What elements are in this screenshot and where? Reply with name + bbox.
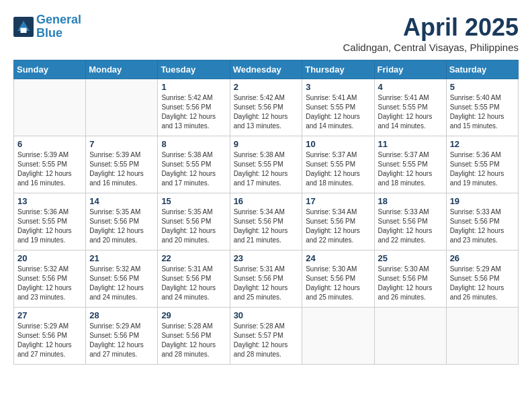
day-number: 26 [450,253,515,263]
calendar-cell: 1Sunrise: 5:42 AMSunset: 5:56 PMDaylight… [158,79,230,136]
day-number: 9 [234,139,299,149]
day-number: 2 [234,82,299,92]
cell-info: Sunrise: 5:35 AMSunset: 5:56 PMDaylight:… [161,208,226,245]
calendar-cell: 4Sunrise: 5:41 AMSunset: 5:55 PMDaylight… [374,79,446,136]
calendar-cell [14,79,86,136]
calendar-week-row: 1Sunrise: 5:42 AMSunset: 5:56 PMDaylight… [14,79,519,136]
day-number: 29 [161,310,226,320]
calendar-cell: 19Sunrise: 5:33 AMSunset: 5:56 PMDayligh… [446,193,518,250]
day-number: 18 [378,196,443,206]
day-number: 23 [234,253,299,263]
logo-line1: General [36,13,81,26]
day-number: 25 [378,253,443,263]
cell-info: Sunrise: 5:33 AMSunset: 5:56 PMDaylight:… [378,208,443,245]
day-number: 17 [306,196,370,206]
calendar-header-row: SundayMondayTuesdayWednesdayThursdayFrid… [14,60,519,79]
calendar-week-row: 27Sunrise: 5:29 AMSunset: 5:56 PMDayligh… [14,308,519,365]
day-number: 5 [450,82,515,92]
calendar: SundayMondayTuesdayWednesdayThursdayFrid… [13,60,519,365]
calendar-cell: 22Sunrise: 5:31 AMSunset: 5:56 PMDayligh… [158,250,230,308]
calendar-cell [374,308,446,365]
logo-line2: Blue [36,26,62,40]
calendar-cell: 9Sunrise: 5:38 AMSunset: 5:55 PMDaylight… [230,136,302,193]
cell-info: Sunrise: 5:39 AMSunset: 5:55 PMDaylight:… [89,150,154,188]
calendar-week-row: 13Sunrise: 5:36 AMSunset: 5:55 PMDayligh… [14,193,519,250]
location-subtitle: Calidngan, Central Visayas, Philippines [343,42,519,53]
calendar-cell: 27Sunrise: 5:29 AMSunset: 5:56 PMDayligh… [14,308,86,365]
logo-text: General Blue [36,13,81,40]
calendar-cell: 18Sunrise: 5:33 AMSunset: 5:56 PMDayligh… [374,193,446,250]
calendar-cell: 13Sunrise: 5:36 AMSunset: 5:55 PMDayligh… [14,193,86,250]
logo-icon [13,17,34,37]
title-section: April 2025 Calidngan, Central Visayas, P… [343,13,519,53]
weekday-header: Thursday [302,60,374,79]
cell-info: Sunrise: 5:32 AMSunset: 5:56 PMDaylight:… [17,265,82,302]
cell-info: Sunrise: 5:33 AMSunset: 5:56 PMDaylight:… [450,208,515,245]
day-number: 27 [17,310,82,320]
calendar-cell [446,308,518,365]
weekday-header: Tuesday [158,60,230,79]
calendar-cell: 28Sunrise: 5:29 AMSunset: 5:56 PMDayligh… [86,308,158,365]
weekday-header: Saturday [446,60,518,79]
day-number: 6 [17,139,82,149]
cell-info: Sunrise: 5:38 AMSunset: 5:55 PMDaylight:… [234,150,299,188]
calendar-cell: 15Sunrise: 5:35 AMSunset: 5:56 PMDayligh… [158,193,230,250]
calendar-cell [302,308,374,365]
day-number: 8 [161,139,226,149]
cell-info: Sunrise: 5:29 AMSunset: 5:56 PMDaylight:… [17,322,82,359]
day-number: 19 [450,196,515,206]
calendar-cell: 23Sunrise: 5:31 AMSunset: 5:56 PMDayligh… [230,250,302,308]
cell-info: Sunrise: 5:35 AMSunset: 5:56 PMDaylight:… [89,208,154,245]
weekday-header: Monday [86,60,158,79]
svg-rect-2 [21,28,27,33]
day-number: 28 [89,310,154,320]
cell-info: Sunrise: 5:29 AMSunset: 5:56 PMDaylight:… [89,322,154,359]
calendar-cell: 14Sunrise: 5:35 AMSunset: 5:56 PMDayligh… [86,193,158,250]
day-number: 11 [378,139,443,149]
cell-info: Sunrise: 5:36 AMSunset: 5:55 PMDaylight:… [450,150,515,188]
calendar-cell: 2Sunrise: 5:42 AMSunset: 5:56 PMDaylight… [230,79,302,136]
weekday-header: Wednesday [230,60,302,79]
calendar-cell: 24Sunrise: 5:30 AMSunset: 5:56 PMDayligh… [302,250,374,308]
day-number: 24 [306,253,370,263]
calendar-cell: 8Sunrise: 5:38 AMSunset: 5:55 PMDaylight… [158,136,230,193]
day-number: 15 [161,196,226,206]
cell-info: Sunrise: 5:37 AMSunset: 5:55 PMDaylight:… [306,150,370,188]
page-header: General Blue April 2025 Calidngan, Centr… [13,13,519,53]
cell-info: Sunrise: 5:28 AMSunset: 5:56 PMDaylight:… [161,322,226,359]
calendar-cell: 21Sunrise: 5:32 AMSunset: 5:56 PMDayligh… [86,250,158,308]
day-number: 30 [234,310,299,320]
calendar-week-row: 6Sunrise: 5:39 AMSunset: 5:55 PMDaylight… [14,136,519,193]
day-number: 1 [161,82,226,92]
day-number: 13 [17,196,82,206]
calendar-cell: 6Sunrise: 5:39 AMSunset: 5:55 PMDaylight… [14,136,86,193]
calendar-cell: 5Sunrise: 5:40 AMSunset: 5:55 PMDaylight… [446,79,518,136]
day-number: 20 [17,253,82,263]
calendar-cell: 20Sunrise: 5:32 AMSunset: 5:56 PMDayligh… [14,250,86,308]
day-number: 16 [234,196,299,206]
calendar-week-row: 20Sunrise: 5:32 AMSunset: 5:56 PMDayligh… [14,250,519,308]
calendar-cell [86,79,158,136]
cell-info: Sunrise: 5:28 AMSunset: 5:57 PMDaylight:… [234,322,299,359]
day-number: 12 [450,139,515,149]
day-number: 10 [306,139,370,149]
cell-info: Sunrise: 5:41 AMSunset: 5:55 PMDaylight:… [306,93,370,131]
cell-info: Sunrise: 5:36 AMSunset: 5:55 PMDaylight:… [17,208,82,245]
cell-info: Sunrise: 5:39 AMSunset: 5:55 PMDaylight:… [17,150,82,188]
calendar-cell: 26Sunrise: 5:29 AMSunset: 5:56 PMDayligh… [446,250,518,308]
day-number: 3 [306,82,370,92]
day-number: 14 [89,196,154,206]
cell-info: Sunrise: 5:42 AMSunset: 5:56 PMDaylight:… [161,93,226,131]
calendar-cell: 25Sunrise: 5:30 AMSunset: 5:56 PMDayligh… [374,250,446,308]
cell-info: Sunrise: 5:29 AMSunset: 5:56 PMDaylight:… [450,265,515,302]
calendar-cell: 11Sunrise: 5:37 AMSunset: 5:55 PMDayligh… [374,136,446,193]
calendar-cell: 7Sunrise: 5:39 AMSunset: 5:55 PMDaylight… [86,136,158,193]
cell-info: Sunrise: 5:37 AMSunset: 5:55 PMDaylight:… [378,150,443,188]
day-number: 7 [89,139,154,149]
calendar-cell: 29Sunrise: 5:28 AMSunset: 5:56 PMDayligh… [158,308,230,365]
weekday-header: Sunday [14,60,86,79]
calendar-cell: 16Sunrise: 5:34 AMSunset: 5:56 PMDayligh… [230,193,302,250]
calendar-cell: 10Sunrise: 5:37 AMSunset: 5:55 PMDayligh… [302,136,374,193]
calendar-cell: 3Sunrise: 5:41 AMSunset: 5:55 PMDaylight… [302,79,374,136]
cell-info: Sunrise: 5:34 AMSunset: 5:56 PMDaylight:… [306,208,370,245]
